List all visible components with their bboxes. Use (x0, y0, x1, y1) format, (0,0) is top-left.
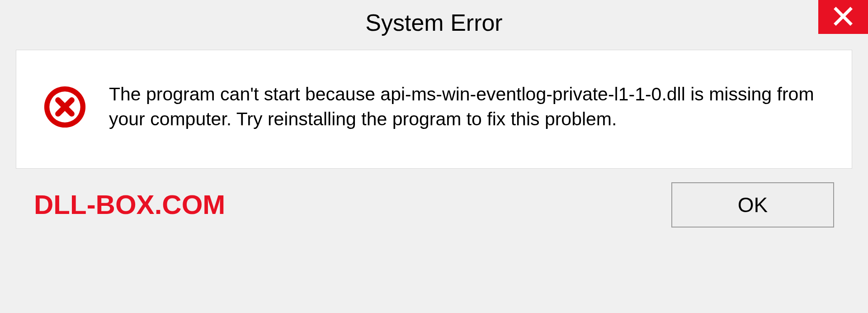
content-panel: The program can't start because api-ms-w… (16, 50, 852, 169)
close-icon (832, 5, 854, 29)
dialog-title: System Error (365, 9, 502, 36)
ok-button[interactable]: OK (671, 182, 834, 228)
close-button[interactable] (818, 0, 868, 34)
title-bar: System Error (0, 0, 868, 45)
footer: DLL-BOX.COM OK (0, 169, 868, 241)
error-icon (43, 85, 86, 128)
watermark-text: DLL-BOX.COM (34, 189, 225, 220)
error-message: The program can't start because api-ms-w… (109, 82, 825, 132)
